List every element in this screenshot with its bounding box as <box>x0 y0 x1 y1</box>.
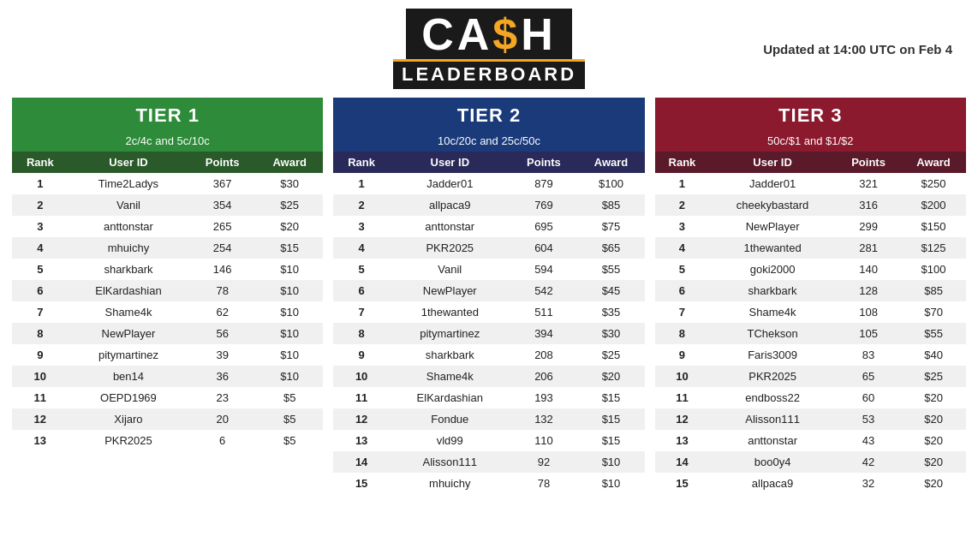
cell-6-2: 511 <box>510 301 578 323</box>
cell-11-0: 12 <box>12 408 69 430</box>
cell-12-0: 13 <box>655 430 710 451</box>
cell-3-0: 4 <box>655 237 710 259</box>
table-row: 3anttonstar265$20 <box>12 216 323 237</box>
cell-4-1: goki2000 <box>709 259 836 280</box>
cell-2-1: NewPlayer <box>709 216 836 237</box>
table-row: 6sharkbark128$85 <box>655 280 966 301</box>
cell-11-1: Alisson111 <box>709 408 836 430</box>
cell-7-2: 56 <box>188 323 256 344</box>
cell-1-2: 316 <box>836 194 901 216</box>
cell-0-2: 879 <box>510 173 578 194</box>
cell-14-3: $20 <box>901 473 966 494</box>
tier2-col-1: User ID <box>390 152 510 173</box>
cell-3-3: $65 <box>577 237 644 259</box>
table-row: 7Shame4k108$70 <box>655 301 966 323</box>
cell-4-3: $100 <box>901 259 966 280</box>
cell-11-3: $5 <box>256 408 323 430</box>
tier3-col-2: Points <box>836 152 901 173</box>
cell-7-2: 394 <box>510 323 578 344</box>
tier3-block: TIER 350c/$1 and $1/$2RankUser IDPointsA… <box>655 98 966 494</box>
cell-5-3: $10 <box>256 280 323 301</box>
table-row: 8NewPlayer56$10 <box>12 323 323 344</box>
logo: CA$H LEADERBOARD <box>393 9 585 89</box>
tier2-block: TIER 210c/20c and 25c/50cRankUser IDPoin… <box>333 98 644 494</box>
table-row: 71thewanted511$35 <box>333 301 644 323</box>
cell-5-2: 78 <box>188 280 256 301</box>
cell-8-1: sharkbark <box>390 344 510 366</box>
tier3-col-3: Award <box>901 152 966 173</box>
cell-2-3: $20 <box>256 216 323 237</box>
cell-12-2: 6 <box>188 430 256 451</box>
cell-8-2: 208 <box>510 344 578 366</box>
cell-0-3: $250 <box>901 173 966 194</box>
cell-12-3: $5 <box>256 430 323 451</box>
cell-3-1: 1thewanted <box>709 237 836 259</box>
cell-4-2: 594 <box>510 259 578 280</box>
table-row: 12Alisson11153$20 <box>655 408 966 430</box>
cell-6-3: $10 <box>256 301 323 323</box>
cell-1-2: 769 <box>510 194 578 216</box>
cell-7-2: 105 <box>836 323 901 344</box>
cell-12-1: vld99 <box>390 430 510 451</box>
cell-2-0: 3 <box>12 216 69 237</box>
cell-10-2: 23 <box>188 387 256 408</box>
tier1-block: TIER 12c/4c and 5c/10cRankUser IDPointsA… <box>12 98 323 494</box>
cell-1-3: $85 <box>577 194 644 216</box>
cell-6-0: 7 <box>12 301 69 323</box>
cell-4-2: 140 <box>836 259 901 280</box>
cell-14-2: 32 <box>836 473 901 494</box>
cell-8-0: 9 <box>12 344 69 366</box>
cell-11-1: Fondue <box>390 408 510 430</box>
tier1-subheader: 2c/4c and 5c/10c <box>12 132 323 152</box>
tier2-table: RankUser IDPointsAward1Jadder01879$1002a… <box>333 152 644 494</box>
tier2-col-2: Points <box>510 152 578 173</box>
table-row: 7Shame4k62$10 <box>12 301 323 323</box>
cell-2-1: anttonstar <box>390 216 510 237</box>
cell-14-2: 78 <box>510 473 578 494</box>
cell-5-1: NewPlayer <box>390 280 510 301</box>
cell-5-1: sharkbark <box>709 280 836 301</box>
cell-14-3: $10 <box>577 473 644 494</box>
cell-9-3: $10 <box>256 366 323 387</box>
cell-9-3: $20 <box>577 366 644 387</box>
table-row: 4mhuichy254$15 <box>12 237 323 259</box>
table-row: 14boo0y442$20 <box>655 451 966 473</box>
cell-1-1: cheekybastard <box>709 194 836 216</box>
table-row: 11endboss2260$20 <box>655 387 966 408</box>
cell-13-3: $20 <box>901 451 966 473</box>
table-row: 12Fondue132$15 <box>333 408 644 430</box>
tier1-table: RankUser IDPointsAward1Time2Ladys367$302… <box>12 152 323 451</box>
cell-12-0: 13 <box>12 430 69 451</box>
table-row: 8pitymartinez394$30 <box>333 323 644 344</box>
logo-cash: CA$H <box>406 9 572 59</box>
cell-14-0: 15 <box>655 473 710 494</box>
cell-0-1: Jadder01 <box>709 173 836 194</box>
cell-4-3: $55 <box>577 259 644 280</box>
tier3-header: TIER 3 <box>655 98 966 132</box>
cell-1-2: 354 <box>188 194 256 216</box>
cell-12-1: anttonstar <box>709 430 836 451</box>
cell-6-0: 7 <box>333 301 390 323</box>
cell-3-2: 604 <box>510 237 578 259</box>
cell-8-3: $25 <box>577 344 644 366</box>
cell-13-2: 92 <box>510 451 578 473</box>
cell-2-3: $150 <box>901 216 966 237</box>
table-row: 10PKR202565$25 <box>655 366 966 387</box>
cell-14-0: 15 <box>333 473 390 494</box>
cell-6-0: 7 <box>655 301 710 323</box>
cell-0-2: 321 <box>836 173 901 194</box>
cell-2-2: 695 <box>510 216 578 237</box>
table-row: 13anttonstar43$20 <box>655 430 966 451</box>
table-row: 9pitymartinez39$10 <box>12 344 323 366</box>
table-row: 41thewanted281$125 <box>655 237 966 259</box>
cell-9-0: 10 <box>655 366 710 387</box>
cell-12-2: 43 <box>836 430 901 451</box>
cell-6-1: 1thewanted <box>390 301 510 323</box>
cell-7-3: $55 <box>901 323 966 344</box>
cell-0-0: 1 <box>333 173 390 194</box>
cell-4-0: 5 <box>333 259 390 280</box>
tier1-col-0: Rank <box>12 152 69 173</box>
cell-5-2: 542 <box>510 280 578 301</box>
table-row: 2Vanil354$25 <box>12 194 323 216</box>
cell-11-1: Xijaro <box>69 408 189 430</box>
